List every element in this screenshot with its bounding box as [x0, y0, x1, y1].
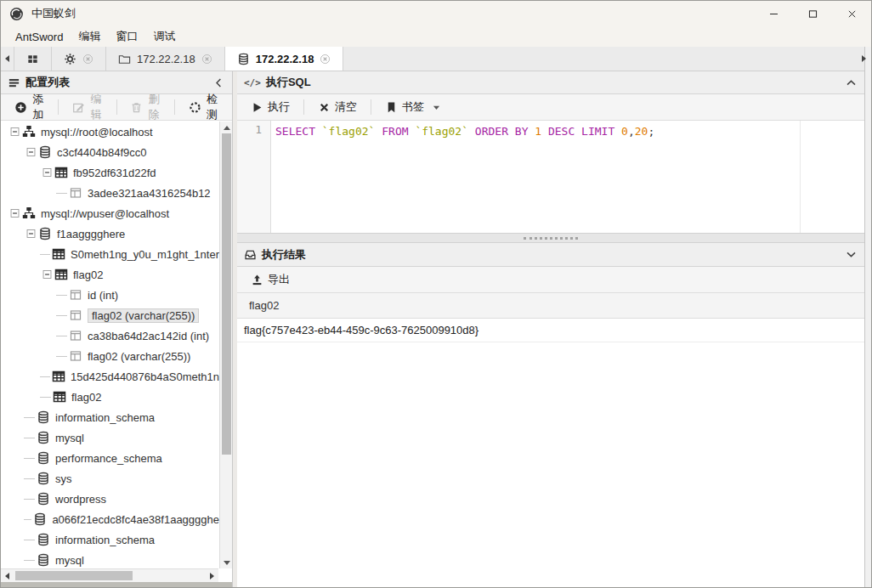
- list-icon: [8, 76, 20, 89]
- menu-window[interactable]: 窗口: [108, 27, 145, 46]
- tab-database-172-22-2-18[interactable]: 172.22.2.18: [225, 47, 344, 71]
- tree-item-label: flag02: [71, 391, 101, 404]
- tree-item-label: 3adee321aa4316254b12: [88, 187, 211, 200]
- tree-horizontal-scrollbar[interactable]: [1, 568, 218, 582]
- run-button[interactable]: 执行: [242, 96, 298, 118]
- tab-bar: 172.22.2.18172.22.2.18: [1, 47, 871, 71]
- window-right-scrollbar-track[interactable]: [864, 47, 871, 587]
- sql-token-plain: ;: [648, 125, 654, 138]
- expander-icon[interactable]: [25, 145, 37, 159]
- delete-button[interactable]: 删除: [122, 88, 168, 126]
- maximize-button[interactable]: [793, 1, 832, 26]
- edit-button[interactable]: 编辑: [64, 88, 110, 126]
- sql-token-plain: [468, 125, 475, 138]
- scroll-right-button[interactable]: [206, 569, 218, 583]
- tree-connector-line: [24, 519, 31, 520]
- menu-edit[interactable]: 编辑: [71, 27, 108, 46]
- bookmark-button-label: 书签: [402, 99, 424, 115]
- sql-token-identifier: `flag02`: [415, 125, 468, 138]
- tree-item[interactable]: performance_schema: [1, 448, 219, 468]
- add-button[interactable]: 添加: [6, 88, 53, 126]
- tree-item[interactable]: mysql://wpuser@localhost: [1, 203, 219, 223]
- tab-settings[interactable]: [52, 47, 106, 71]
- expander-icon[interactable]: [25, 227, 37, 240]
- sql-token-plain: [575, 125, 581, 138]
- close-button[interactable]: [832, 1, 871, 26]
- tree-item[interactable]: information_schema: [1, 407, 219, 427]
- tree-item[interactable]: flag02: [1, 264, 219, 285]
- bookmark-button[interactable]: 书签: [377, 96, 451, 118]
- tree-item[interactable]: ca38ba64d2ac142id (int): [1, 325, 219, 346]
- sql-code-line[interactable]: SELECT `flag02` FROM `flag02` ORDER BY 1…: [271, 121, 654, 233]
- expander-icon[interactable]: [9, 125, 20, 139]
- clear-button[interactable]: 清空: [309, 96, 365, 118]
- tab-close-icon[interactable]: [320, 54, 331, 65]
- gear-icon: [64, 53, 76, 65]
- tree-item[interactable]: information_schema: [1, 529, 219, 550]
- tab-close-icon[interactable]: [82, 54, 93, 65]
- expander-icon[interactable]: [42, 268, 53, 281]
- menu-debug[interactable]: 调试: [145, 27, 183, 46]
- collapse-sql-section-button[interactable]: [845, 76, 858, 89]
- tree-item[interactable]: fb952df631d22fd: [1, 162, 219, 183]
- database-icon: [37, 533, 50, 546]
- tree-item-label: c3cf4404b84f9cc0: [57, 146, 147, 159]
- vertical-scroll-thumb[interactable]: [222, 133, 231, 455]
- tree-item[interactable]: c3cf4404b84f9cc0: [1, 142, 219, 162]
- tree-item-label: S0meth1ng_y0u_m1ght_1nter: [71, 248, 219, 261]
- tree-item[interactable]: f1aagggghere: [1, 223, 219, 244]
- result-row[interactable]: flag{c757e423-eb44-459c-9c63-7625009910d…: [237, 319, 864, 342]
- export-button[interactable]: 导出: [242, 269, 298, 291]
- database-icon: [38, 227, 52, 240]
- tree-item[interactable]: mysql: [1, 427, 219, 448]
- tab-scroll-left-button[interactable]: [1, 47, 14, 71]
- add-button-label: 添加: [31, 92, 44, 122]
- tree-item[interactable]: sys: [1, 468, 219, 489]
- tree-item[interactable]: flag02 (varchar(255)): [1, 305, 219, 325]
- scroll-up-button[interactable]: [220, 122, 233, 133]
- table-icon: [54, 166, 68, 179]
- tree-connector-line: [40, 254, 50, 255]
- tree-item-label: id (int): [88, 289, 118, 302]
- expander-icon[interactable]: [42, 166, 53, 179]
- menu-antsword[interactable]: AntSword: [8, 29, 71, 45]
- toolbar-separator: [58, 99, 59, 115]
- scroll-down-button[interactable]: [220, 557, 233, 568]
- tree-vertical-scrollbar[interactable]: [219, 122, 232, 568]
- host-icon: [22, 206, 36, 220]
- sql-editor[interactable]: 1 SELECT `flag02` FROM `flag02` ORDER BY…: [237, 121, 864, 233]
- collapse-result-section-button[interactable]: [845, 248, 858, 261]
- tree-item[interactable]: a066f21ecdc8fc4ae38f1aagggghe: [1, 509, 219, 529]
- tree-item[interactable]: 3adee321aa4316254b12: [1, 183, 219, 203]
- tree-item[interactable]: flag02: [1, 387, 219, 407]
- tree-connector-line: [56, 295, 67, 296]
- tree-item[interactable]: id (int): [1, 285, 219, 305]
- minimize-button[interactable]: [754, 1, 793, 26]
- sql-token-plain: ,: [628, 125, 635, 138]
- database-icon: [37, 553, 50, 567]
- horizontal-scroll-thumb[interactable]: [15, 571, 133, 580]
- check-button-label: 检测: [206, 92, 218, 122]
- tree-item[interactable]: mysql://root@localhost: [1, 122, 219, 142]
- tree-item[interactable]: 15d425d440876b4aS0meth1n: [1, 366, 219, 387]
- tab-home[interactable]: [14, 47, 52, 71]
- expander-icon[interactable]: [9, 206, 20, 220]
- tree-item[interactable]: flag02 (varchar(255)): [1, 346, 219, 366]
- check-button[interactable]: 检测: [180, 88, 227, 126]
- collapse-panel-button[interactable]: [212, 76, 225, 89]
- tree-item[interactable]: mysql: [1, 550, 219, 570]
- tab-scroll-right-button[interactable]: [858, 47, 870, 71]
- line-number: 1: [255, 123, 262, 136]
- scroll-left-button[interactable]: [1, 569, 14, 583]
- panel-splitter-horizontal[interactable]: [237, 233, 864, 243]
- tab-files-172-22-2-18[interactable]: 172.22.2.18: [106, 47, 225, 71]
- run-icon: [251, 101, 263, 114]
- tab-close-icon[interactable]: [201, 54, 212, 65]
- edit-button-label: 编辑: [89, 92, 102, 122]
- sql-toolbar: 执行清空书签: [237, 94, 864, 121]
- result-column-header[interactable]: flag02: [237, 299, 279, 312]
- tree-item[interactable]: wordpress: [1, 489, 219, 509]
- tree-item-label: mysql: [55, 432, 84, 444]
- sql-token-number: 0: [621, 125, 628, 138]
- tree-item[interactable]: S0meth1ng_y0u_m1ght_1nter: [1, 244, 219, 264]
